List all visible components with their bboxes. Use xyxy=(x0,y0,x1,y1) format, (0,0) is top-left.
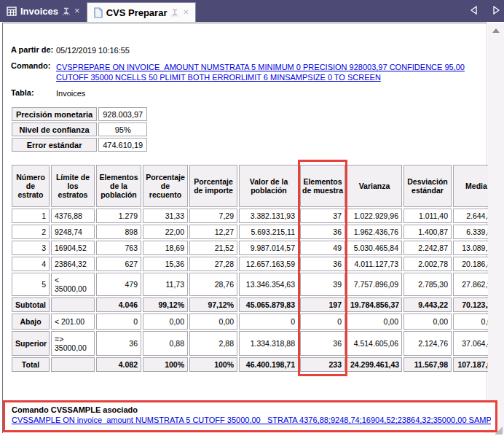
value-cell: 4.011.127,73 xyxy=(347,257,402,271)
value-cell: 0 xyxy=(96,314,141,330)
value-cell: 7.757.896,09 xyxy=(347,273,402,296)
tab-label: CVS Preparar xyxy=(106,7,168,18)
value-cell: 36 xyxy=(300,257,345,271)
stratum-cell: Subtotal xyxy=(12,297,50,312)
cvssample-annotation-box: Comando CVSSAMPLE asociado CVSSAMPLE ON … xyxy=(3,400,497,432)
scroll-up-icon[interactable] xyxy=(492,28,500,33)
table-value: Invoices xyxy=(56,88,484,98)
value-cell: 31,33 xyxy=(143,209,188,223)
tab-scroll-arrows xyxy=(470,6,500,15)
value-cell: 763 xyxy=(96,241,141,255)
cvssample-title: Comando CVSSAMPLE asociado xyxy=(12,405,491,415)
column-header: Elementos de muestra xyxy=(300,165,345,207)
stratum-cell: Abajo xyxy=(12,314,50,330)
table-row: Total4.082100%100%46.400.198,7123324.299… xyxy=(12,357,500,372)
value-cell: 0,00 xyxy=(143,314,188,330)
value-cell: 99,12% xyxy=(143,297,188,312)
summary-value: 474.610,19 xyxy=(98,138,147,152)
value-cell: 4.082 xyxy=(96,357,141,372)
value-cell: 36 xyxy=(300,225,345,239)
column-header: Porcentaje de importe xyxy=(189,165,237,207)
value-cell: 2.785,30 xyxy=(403,273,452,296)
table-row: Abajo< 201.0000,000,00000,000,000,00 xyxy=(12,314,500,330)
value-cell: => 35000,00 xyxy=(51,331,95,356)
strata-table: Número de estratoLímite de los estratosE… xyxy=(10,163,501,373)
value-cell: 2,88 xyxy=(189,331,237,356)
value-cell: 1.334.318,88 xyxy=(239,331,299,356)
column-header: Límite de los estratos xyxy=(51,165,95,207)
value-cell: 4.046 xyxy=(96,297,141,312)
value-cell: 4.514.605,06 xyxy=(347,331,402,356)
strata-table-body: 14376,881.27931,337,293.382.131,93371.02… xyxy=(12,209,500,372)
value-cell: 0,00 xyxy=(189,314,237,330)
tab-label: Invoices xyxy=(20,6,58,17)
resize-grip[interactable] xyxy=(495,427,503,435)
value-cell: 97,12% xyxy=(189,297,237,312)
value-cell: 0 xyxy=(239,314,299,330)
value-cell: 16904,52 xyxy=(51,241,95,255)
close-icon[interactable]: × xyxy=(183,9,189,16)
cvssample-command-link[interactable]: CVSSAMPLE ON invoice_amount NUMSTRATA 5 … xyxy=(12,415,491,425)
value-cell xyxy=(51,297,95,312)
value-cell: 46.400.198,71 xyxy=(239,357,299,372)
tab-cvs-preparar[interactable]: CVS Preparar × xyxy=(87,2,196,22)
vertical-scrollbar[interactable] xyxy=(488,23,504,433)
value-cell: 100% xyxy=(143,357,188,372)
value-cell: 0 xyxy=(300,314,345,330)
value-cell: < 35000,00 xyxy=(51,273,95,296)
summary-label: Error estándar xyxy=(12,138,97,152)
value-cell: 1.962.436,76 xyxy=(347,225,402,239)
summary-row: Nivel de confianza95% xyxy=(12,122,147,136)
cvsprepare-command-link[interactable]: CVSPREPARE ON INVOICE_AMOUNT NUMSTRATA 5… xyxy=(56,63,465,82)
value-cell: 39 xyxy=(300,273,345,296)
value-cell: 18,69 xyxy=(143,241,188,255)
tab-bar: Invoices × CVS Preparar xyxy=(0,0,504,22)
summary-table: Precisión monetaria928.003,97Nivel de co… xyxy=(10,106,149,153)
scroll-tabs-left-icon[interactable] xyxy=(470,6,477,15)
value-cell: 4376,88 xyxy=(51,209,95,223)
close-icon[interactable]: × xyxy=(74,7,80,15)
value-cell: 19.784.856,37 xyxy=(347,297,402,312)
stratum-cell: 1 xyxy=(12,209,50,223)
summary-row: Precisión monetaria928.003,97 xyxy=(12,107,147,121)
value-cell: 1.400,87 xyxy=(403,225,452,239)
value-cell: 1.011,40 xyxy=(403,209,452,223)
stratum-cell: Superior xyxy=(12,331,50,356)
summary-label: Nivel de confianza xyxy=(12,122,97,136)
value-cell: 11.567,98 xyxy=(403,357,452,372)
value-cell: 5.030.465,84 xyxy=(347,241,402,255)
table-icon xyxy=(7,7,17,16)
table-row: 14376,881.27931,337,293.382.131,93371.02… xyxy=(12,209,500,223)
value-cell: 2.002,78 xyxy=(403,257,452,271)
table-label: Tabla: xyxy=(11,88,56,98)
value-cell: 5.693.215,11 xyxy=(239,225,299,239)
stratum-cell: Total xyxy=(12,357,50,372)
pin-icon[interactable] xyxy=(62,7,71,15)
value-cell: 0,00 xyxy=(347,314,402,330)
report-header-info: A partir de: 05/12/2019 10:16:55 Comando… xyxy=(11,45,487,98)
value-cell: 9.987.014,57 xyxy=(239,241,299,255)
column-header: Elementos de la población xyxy=(96,165,141,207)
value-cell: 1.022.929,96 xyxy=(347,209,402,223)
command-label: Comando: xyxy=(11,61,56,82)
strata-header-row: Número de estratoLímite de los estratosE… xyxy=(12,165,500,207)
tab-invoices[interactable]: Invoices × xyxy=(0,0,87,22)
stratum-cell: 3 xyxy=(12,241,50,255)
value-cell: 28,76 xyxy=(189,273,237,296)
value-cell: 11,73 xyxy=(143,273,188,296)
value-cell: 627 xyxy=(96,257,141,271)
column-header: Porcentaje de recuento xyxy=(143,165,188,207)
summary-row: Error estándar474.610,19 xyxy=(12,138,147,152)
stratum-cell: 2 xyxy=(12,225,50,239)
stratum-cell: 5 xyxy=(12,273,50,296)
summary-value: 95% xyxy=(98,122,147,136)
table-row: Subtotal4.04699,12%97,12%45.065.879,8319… xyxy=(12,297,500,312)
value-cell: 479 xyxy=(96,273,141,296)
pin-icon[interactable] xyxy=(170,9,179,17)
value-cell: 1.279 xyxy=(96,209,141,223)
value-cell: 21,52 xyxy=(189,241,237,255)
scroll-tabs-right-icon[interactable] xyxy=(493,6,500,15)
stratum-cell: 4 xyxy=(12,257,50,271)
value-cell: 0,88 xyxy=(143,331,188,356)
document-icon xyxy=(94,7,103,18)
